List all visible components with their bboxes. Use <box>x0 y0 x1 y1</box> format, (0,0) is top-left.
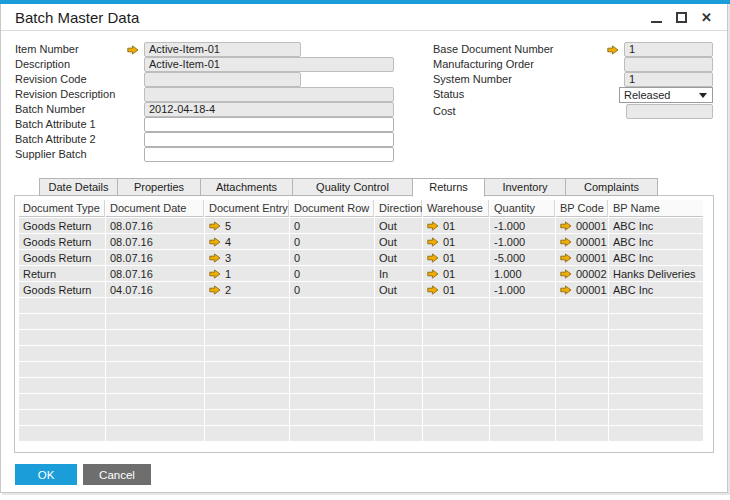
table-cell[interactable]: 08.07.16 <box>106 218 204 233</box>
cell-value: ABC Inc <box>613 252 653 264</box>
table-cell[interactable]: Out <box>375 250 422 265</box>
batch-attribute-1-field[interactable] <box>144 117 394 132</box>
link-arrow-icon[interactable] <box>209 221 221 231</box>
tab-inventory[interactable]: Inventory <box>484 178 566 196</box>
cell-value: 0 <box>294 284 300 296</box>
table-cell[interactable]: ABC Inc <box>609 218 703 233</box>
ok-button[interactable]: OK <box>15 464 77 485</box>
minimize-icon[interactable] <box>650 11 663 24</box>
table-cell[interactable]: 2 <box>205 282 289 297</box>
table-cell[interactable]: Return <box>19 266 105 281</box>
cancel-button[interactable]: Cancel <box>83 464 151 485</box>
link-arrow-icon[interactable] <box>427 237 439 247</box>
link-arrow-icon[interactable] <box>427 253 439 263</box>
cell-value: -1.000 <box>494 236 525 248</box>
tab-complaints[interactable]: Complaints <box>565 178 658 196</box>
link-arrow-icon[interactable] <box>607 45 619 55</box>
table-cell[interactable]: ABC Inc <box>609 250 703 265</box>
link-arrow-icon[interactable] <box>209 269 221 279</box>
empty-table-row <box>19 298 703 313</box>
table-cell[interactable]: Goods Return <box>19 282 105 297</box>
title-bar[interactable]: Batch Master Data ✕ <box>1 4 727 31</box>
table-cell[interactable]: ABC Inc <box>609 234 703 249</box>
link-arrow-icon[interactable] <box>560 285 572 295</box>
table-cell[interactable]: Goods Return <box>19 234 105 249</box>
table-cell[interactable]: Out <box>375 218 422 233</box>
empty-cell <box>490 394 555 409</box>
table-cell[interactable]: 08.07.16 <box>106 250 204 265</box>
table-cell[interactable]: 04.07.16 <box>106 282 204 297</box>
cell-value: Goods Return <box>23 220 91 232</box>
column-header-bp-code: BP Code <box>556 200 608 217</box>
tab-returns[interactable]: Returns <box>412 178 485 197</box>
link-arrow-icon[interactable] <box>560 253 572 263</box>
link-arrow-icon[interactable] <box>209 285 221 295</box>
close-icon[interactable]: ✕ <box>700 11 713 24</box>
link-arrow-icon[interactable] <box>560 237 572 247</box>
column-header-bp-name: BP Name <box>609 200 703 217</box>
link-arrow-icon[interactable] <box>427 221 439 231</box>
table-cell[interactable]: 1 <box>205 266 289 281</box>
table-cell[interactable]: 4 <box>205 234 289 249</box>
table-cell[interactable]: 0 <box>290 234 374 249</box>
tab-quality-control[interactable]: Quality Control <box>292 178 413 196</box>
table-cell[interactable]: 01 <box>423 234 489 249</box>
empty-cell <box>375 410 422 425</box>
table-cell[interactable]: In <box>375 266 422 281</box>
link-arrow-icon[interactable] <box>209 237 221 247</box>
maximize-icon[interactable] <box>675 11 688 24</box>
table-cell[interactable]: 01 <box>423 250 489 265</box>
cell-value: 5 <box>225 220 231 232</box>
tab-attachments[interactable]: Attachments <box>200 178 293 196</box>
link-arrow-icon[interactable] <box>427 269 439 279</box>
table-cell[interactable]: Goods Return <box>19 250 105 265</box>
link-arrow-icon[interactable] <box>127 45 139 55</box>
table-cell[interactable]: 00001 <box>556 218 608 233</box>
table-cell[interactable]: 08.07.16 <box>106 266 204 281</box>
cell-value: 01 <box>443 220 455 232</box>
table-cell[interactable]: 3 <box>205 250 289 265</box>
table-cell[interactable]: Out <box>375 282 422 297</box>
table-cell[interactable]: -5.000 <box>490 250 555 265</box>
table-cell[interactable]: ABC Inc <box>609 282 703 297</box>
table-cell[interactable]: -1.000 <box>490 218 555 233</box>
table-row: Goods Return08.07.1640Out01-1.00000001AB… <box>19 234 703 249</box>
item-number-label: Item Number <box>15 42 79 57</box>
table-cell[interactable]: 00001 <box>556 282 608 297</box>
table-cell[interactable]: Out <box>375 234 422 249</box>
table-cell[interactable]: 0 <box>290 266 374 281</box>
status-dropdown[interactable]: Released <box>619 87 713 103</box>
batch-attribute-2-field[interactable] <box>144 132 394 147</box>
table-cell[interactable]: -1.000 <box>490 234 555 249</box>
batch-number-label: Batch Number <box>15 102 85 117</box>
link-arrow-icon[interactable] <box>560 269 572 279</box>
table-cell[interactable]: 01 <box>423 218 489 233</box>
empty-table-row <box>19 410 703 425</box>
link-arrow-icon[interactable] <box>560 221 572 231</box>
table-cell[interactable]: Goods Return <box>19 218 105 233</box>
table-cell[interactable]: 1.000 <box>490 266 555 281</box>
table-cell[interactable]: 00001 <box>556 250 608 265</box>
link-arrow-icon[interactable] <box>427 285 439 295</box>
batch-attribute-1-label: Batch Attribute 1 <box>15 117 96 132</box>
table-cell[interactable]: 0 <box>290 218 374 233</box>
table-cell[interactable]: 01 <box>423 282 489 297</box>
empty-cell <box>423 330 489 345</box>
empty-cell <box>290 394 374 409</box>
column-header-warehouse: Warehouse <box>423 200 489 217</box>
table-cell[interactable]: 01 <box>423 266 489 281</box>
table-cell[interactable]: Hanks Deliveries <box>609 266 703 281</box>
table-cell[interactable]: -1.000 <box>490 282 555 297</box>
empty-cell <box>556 362 608 377</box>
table-cell[interactable]: 00002 <box>556 266 608 281</box>
table-cell[interactable]: 0 <box>290 250 374 265</box>
table-cell[interactable]: 0 <box>290 282 374 297</box>
table-cell[interactable]: 5 <box>205 218 289 233</box>
table-cell[interactable]: 08.07.16 <box>106 234 204 249</box>
supplier-batch-field[interactable] <box>144 147 394 162</box>
tab-properties[interactable]: Properties <box>117 178 201 196</box>
table-cell[interactable]: 00001 <box>556 234 608 249</box>
link-arrow-icon[interactable] <box>209 253 221 263</box>
tab-date-details[interactable]: Date Details <box>39 178 118 196</box>
cell-value: ABC Inc <box>613 220 653 232</box>
